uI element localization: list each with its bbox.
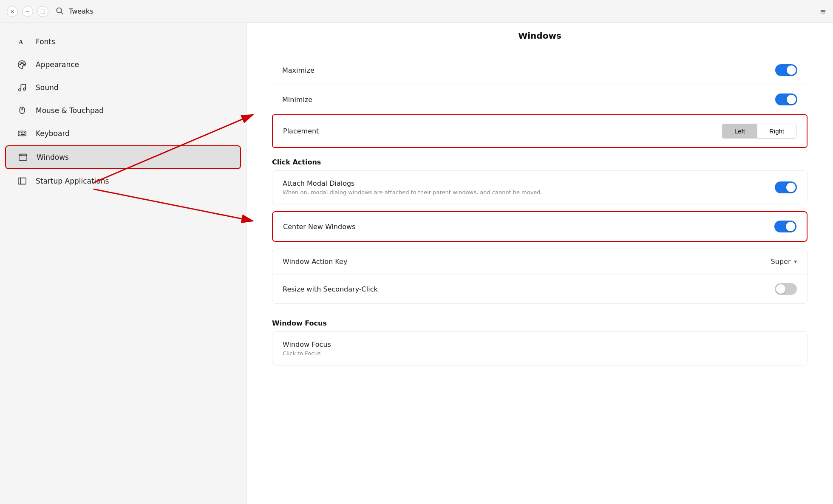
svg-point-8 — [23, 88, 26, 91]
svg-point-3 — [20, 64, 20, 65]
svg-point-7 — [19, 89, 21, 91]
attach-modal-text: Attach Modal Dialogs When on, modal dial… — [283, 179, 542, 195]
sidebar-item-sound[interactable]: Sound — [5, 76, 241, 99]
placement-right-button[interactable]: Right — [757, 124, 796, 138]
svg-point-0 — [57, 8, 62, 13]
close-button[interactable]: × — [7, 6, 18, 17]
attach-modal-label: Attach Modal Dialogs — [283, 179, 542, 187]
svg-point-6 — [23, 64, 24, 65]
maximize-setting-row: Maximize — [272, 56, 808, 85]
sidebar-item-keyboard-label: Keyboard — [36, 129, 70, 138]
sidebar-item-appearance-label: Appearance — [36, 60, 79, 69]
sidebar: A Fonts Appearance — [0, 23, 246, 504]
app-title: Tweaks — [69, 7, 93, 15]
maximize-toggle-slider[interactable] — [775, 64, 797, 76]
attach-modal-row: Attach Modal Dialogs When on, modal dial… — [272, 171, 807, 204]
sidebar-item-startup[interactable]: Startup Applications — [5, 170, 241, 192]
minimize-setting-row: Minimize — [272, 85, 808, 114]
dropdown-arrow-icon: ▾ — [794, 258, 797, 265]
sidebar-item-fonts-label: Fonts — [36, 37, 55, 46]
svg-line-1 — [61, 12, 63, 14]
minimize-button[interactable]: − — [22, 6, 33, 17]
placement-buttons: Left Right — [722, 124, 796, 139]
attach-modal-card: Attach Modal Dialogs When on, modal dial… — [272, 170, 808, 204]
maximize-toggle[interactable] — [775, 64, 797, 76]
placement-setting-row: Placement Left Right — [272, 114, 808, 148]
action-key-label: Window Action Key — [283, 258, 347, 266]
keyboard-icon — [17, 128, 27, 139]
fonts-icon: A — [17, 37, 27, 47]
sidebar-item-mouse-label: Mouse & Touchpad — [36, 106, 104, 115]
svg-point-5 — [23, 62, 23, 63]
window-controls: × − □ — [7, 6, 48, 17]
svg-point-4 — [21, 62, 22, 63]
sound-icon — [17, 82, 27, 93]
sidebar-item-fonts[interactable]: A Fonts — [5, 31, 241, 53]
svg-rect-23 — [18, 178, 26, 184]
menu-button[interactable]: ≡ — [820, 7, 826, 16]
placement-left-button[interactable]: Left — [722, 124, 757, 138]
window-focus-sublabel: Click to Focus — [283, 350, 331, 357]
minimize-label: Minimize — [282, 96, 312, 104]
window-focus-text: Window Focus Click to Focus — [283, 340, 331, 357]
resize-secondary-toggle[interactable] — [775, 283, 797, 295]
attach-modal-slider[interactable] — [775, 181, 797, 193]
app-container: A Fonts Appearance — [0, 0, 833, 504]
placement-label: Placement — [283, 127, 319, 135]
svg-text:A: A — [19, 39, 23, 45]
content-body: Maximize Minimize Placement Left Right — [246, 47, 833, 381]
action-key-value: Super — [771, 258, 791, 266]
center-windows-toggle[interactable] — [774, 221, 796, 232]
window-focus-card: Window Focus Click to Focus — [272, 331, 808, 365]
maximize-label: Maximize — [282, 66, 314, 74]
resize-secondary-label: Resize with Secondary-Click — [283, 285, 378, 293]
center-windows-card: Center New Windows — [272, 211, 808, 242]
window-focus-label: Window Focus — [283, 340, 331, 348]
minimize-toggle-slider[interactable] — [775, 93, 797, 105]
sidebar-item-appearance[interactable]: Appearance — [5, 54, 241, 76]
titlebar: × − □ Tweaks ≡ — [0, 0, 833, 23]
center-windows-row: Center New Windows — [273, 212, 807, 241]
click-actions-header: Click Actions — [272, 150, 808, 170]
mouse-icon — [17, 105, 27, 116]
action-key-dropdown[interactable]: Super ▾ — [771, 258, 797, 266]
minimize-toggle[interactable] — [775, 93, 797, 105]
attach-modal-sublabel: When on, modal dialog windows are attach… — [283, 189, 542, 195]
startup-icon — [17, 176, 27, 186]
sidebar-item-mouse[interactable]: Mouse & Touchpad — [5, 99, 241, 122]
appearance-icon — [17, 59, 27, 70]
resize-secondary-slider[interactable] — [775, 283, 797, 295]
resize-secondary-row: Resize with Secondary-Click — [272, 275, 807, 303]
sidebar-item-startup-label: Startup Applications — [36, 177, 109, 185]
main-content: Windows Maximize Minimize Placement — [246, 23, 833, 504]
center-windows-slider[interactable] — [774, 221, 796, 232]
sidebar-item-windows[interactable]: Windows — [5, 145, 241, 169]
search-button[interactable] — [55, 6, 64, 17]
action-key-row: Window Action Key Super ▾ — [272, 249, 807, 275]
sidebar-item-sound-label: Sound — [36, 83, 59, 92]
window-focus-header: Window Focus — [272, 311, 808, 331]
sidebar-item-windows-label: Windows — [37, 153, 69, 161]
action-key-card: Window Action Key Super ▾ Resize with Se… — [272, 249, 808, 304]
svg-rect-19 — [19, 154, 27, 161]
maximize-button[interactable]: □ — [37, 6, 48, 17]
sidebar-item-keyboard[interactable]: Keyboard — [5, 122, 241, 144]
windows-icon — [18, 152, 28, 162]
page-title: Windows — [246, 23, 833, 47]
window-focus-row: Window Focus Click to Focus — [272, 332, 807, 365]
center-windows-label: Center New Windows — [283, 223, 355, 231]
svg-rect-12 — [18, 131, 26, 136]
attach-modal-toggle[interactable] — [775, 181, 797, 193]
